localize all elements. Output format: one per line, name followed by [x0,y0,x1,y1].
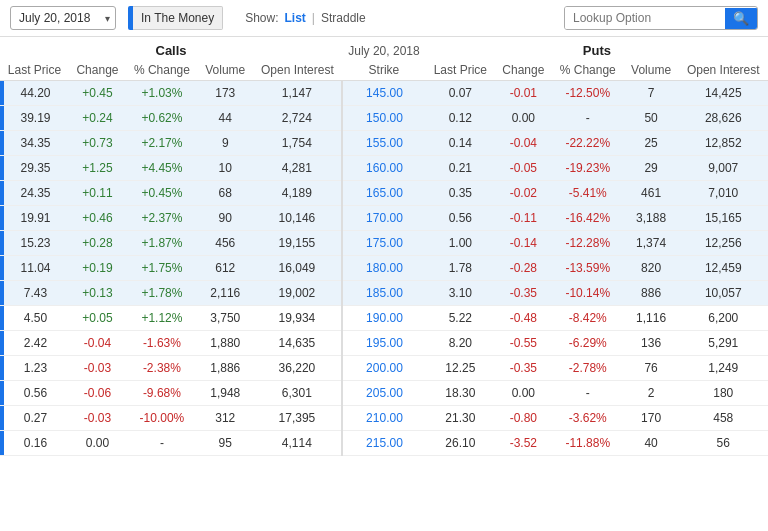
put-oi: 1,249 [679,356,768,381]
call-last-price: 39.19 [0,106,69,131]
table-row[interactable]: 1.23 -0.03 -2.38% 1,886 36,220 200.00 12… [0,356,768,381]
table-row[interactable]: 11.04 +0.19 +1.75% 612 16,049 180.00 1.7… [0,256,768,281]
call-last-price: 11.04 [0,256,69,281]
call-pct-change: -1.63% [126,331,198,356]
call-pct-change: +2.17% [126,131,198,156]
puts-change-header: Change [495,60,552,81]
strike-price[interactable]: 170.00 [342,206,426,231]
put-oi: 180 [679,381,768,406]
table-row[interactable]: 2.42 -0.04 -1.63% 1,880 14,635 195.00 8.… [0,331,768,356]
table-row[interactable]: 7.43 +0.13 +1.78% 2,116 19,002 185.00 3.… [0,281,768,306]
put-change: -0.05 [495,156,552,181]
put-pct-change: - [552,381,624,406]
put-pct-change: -16.42% [552,206,624,231]
strike-price[interactable]: 200.00 [342,356,426,381]
put-volume: 2 [624,381,679,406]
put-pct-change: - [552,106,624,131]
search-input[interactable] [565,7,725,29]
put-volume: 1,374 [624,231,679,256]
call-volume: 173 [198,81,253,106]
table-row[interactable]: 0.16 0.00 - 95 4,114 215.00 26.10 -3.52 … [0,431,768,456]
put-last-price: 0.21 [426,156,495,181]
put-change: -0.35 [495,281,552,306]
table-row[interactable]: 19.91 +0.46 +2.37% 90 10,146 170.00 0.56… [0,206,768,231]
put-volume: 3,188 [624,206,679,231]
put-oi: 56 [679,431,768,456]
table-row[interactable]: 4.50 +0.05 +1.12% 3,750 19,934 190.00 5.… [0,306,768,331]
show-straddle-option[interactable]: Straddle [321,11,366,25]
puts-volume-header: Volume [624,60,679,81]
strike-price[interactable]: 180.00 [342,256,426,281]
strike-price[interactable]: 210.00 [342,406,426,431]
strike-price[interactable]: 205.00 [342,381,426,406]
call-change: +0.05 [69,306,126,331]
put-pct-change: -12.50% [552,81,624,106]
options-table: Calls July 20, 2018 Puts Last Price Chan… [0,37,768,456]
search-button[interactable]: 🔍 [725,8,757,29]
put-volume: 25 [624,131,679,156]
put-pct-change: -11.88% [552,431,624,456]
strike-price[interactable]: 160.00 [342,156,426,181]
call-volume: 1,948 [198,381,253,406]
call-volume: 10 [198,156,253,181]
put-last-price: 0.14 [426,131,495,156]
date-select-input[interactable]: July 20, 2018 [10,6,116,30]
call-change: +0.19 [69,256,126,281]
calls-oi-header: Open Interest [253,60,342,81]
put-change: -0.14 [495,231,552,256]
in-the-money-button[interactable]: In The Money [128,6,223,30]
strike-price[interactable]: 145.00 [342,81,426,106]
strike-header: Strike [342,60,426,81]
strike-price[interactable]: 165.00 [342,181,426,206]
call-volume: 68 [198,181,253,206]
put-oi: 9,007 [679,156,768,181]
put-change: -0.02 [495,181,552,206]
put-last-price: 0.12 [426,106,495,131]
call-oi: 19,155 [253,231,342,256]
strike-price[interactable]: 215.00 [342,431,426,456]
put-last-price: 12.25 [426,356,495,381]
date-selector[interactable]: July 20, 2018 ▾ [10,6,116,30]
table-row[interactable]: 39.19 +0.24 +0.62% 44 2,724 150.00 0.12 … [0,106,768,131]
table-row[interactable]: 29.35 +1.25 +4.45% 10 4,281 160.00 0.21 … [0,156,768,181]
call-last-price: 7.43 [0,281,69,306]
put-volume: 1,116 [624,306,679,331]
call-pct-change: +1.12% [126,306,198,331]
call-oi: 36,220 [253,356,342,381]
show-label: Show: [245,11,278,25]
table-row[interactable]: 24.35 +0.11 +0.45% 68 4,189 165.00 0.35 … [0,181,768,206]
call-last-price: 19.91 [0,206,69,231]
put-oi: 10,057 [679,281,768,306]
call-volume: 95 [198,431,253,456]
put-pct-change: -19.23% [552,156,624,181]
puts-oi-header: Open Interest [679,60,768,81]
call-last-price: 0.27 [0,406,69,431]
strike-price[interactable]: 175.00 [342,231,426,256]
table-row[interactable]: 44.20 +0.45 +1.03% 173 1,147 145.00 0.07… [0,81,768,106]
put-oi: 12,256 [679,231,768,256]
table-row[interactable]: 0.27 -0.03 -10.00% 312 17,395 210.00 21.… [0,406,768,431]
strike-price[interactable]: 190.00 [342,306,426,331]
call-change: +0.73 [69,131,126,156]
strike-price[interactable]: 155.00 [342,131,426,156]
search-wrapper: 🔍 [564,6,758,30]
call-last-price: 29.35 [0,156,69,181]
table-row[interactable]: 15.23 +0.28 +1.87% 456 19,155 175.00 1.0… [0,231,768,256]
call-oi: 6,301 [253,381,342,406]
put-volume: 40 [624,431,679,456]
call-pct-change: -10.00% [126,406,198,431]
strike-price[interactable]: 185.00 [342,281,426,306]
table-row[interactable]: 34.35 +0.73 +2.17% 9 1,754 155.00 0.14 -… [0,131,768,156]
show-list-option[interactable]: List [285,11,306,25]
call-volume: 44 [198,106,253,131]
puts-last-price-header: Last Price [426,60,495,81]
table-row[interactable]: 0.56 -0.06 -9.68% 1,948 6,301 205.00 18.… [0,381,768,406]
calls-change-header: Change [69,60,126,81]
strike-price[interactable]: 150.00 [342,106,426,131]
call-change: +0.11 [69,181,126,206]
put-oi: 7,010 [679,181,768,206]
strike-price[interactable]: 195.00 [342,331,426,356]
call-oi: 19,002 [253,281,342,306]
call-oi: 1,147 [253,81,342,106]
call-oi: 1,754 [253,131,342,156]
